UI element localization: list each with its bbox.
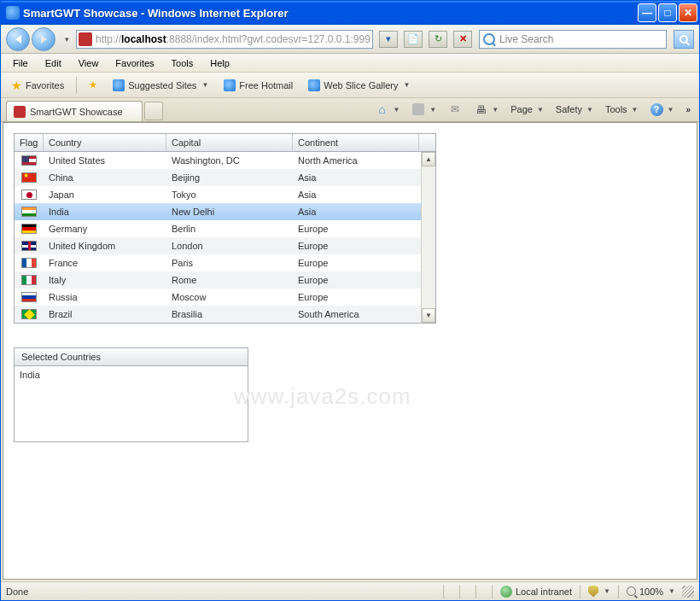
titlebar[interactable]: SmartGWT Showcase - Windows Internet Exp… [1, 1, 699, 25]
add-favorite-button[interactable]: ★ [84, 77, 102, 93]
web-slice-link[interactable]: Web Slice Gallery▼ [303, 77, 415, 94]
tab-title: SmartGWT Showcase [30, 107, 123, 117]
cell-capital: Paris [166, 256, 293, 270]
suggested-sites-link[interactable]: Suggested Sites▼ [108, 77, 213, 94]
flag-icon [21, 292, 37, 302]
print-icon: 🖶 [474, 102, 487, 116]
menu-tools[interactable]: Tools [163, 55, 202, 71]
flag-icon [21, 258, 37, 268]
star-icon: ★ [89, 79, 97, 90]
back-button[interactable] [6, 27, 30, 51]
favorites-button[interactable]: ★Favorites [6, 76, 69, 95]
cell-continent: Asia [293, 205, 419, 219]
cell-capital: Beijing [166, 171, 293, 184]
table-row[interactable]: United StatesWashington, DCNorth America [15, 152, 435, 169]
menu-favorites[interactable]: Favorites [107, 55, 162, 71]
maximize-button[interactable]: □ [658, 3, 677, 22]
cell-country: China [44, 171, 166, 184]
grid-body: United StatesWashington, DCNorth America… [15, 152, 435, 323]
chevron-down-icon: ▼ [537, 106, 544, 114]
new-tab-button[interactable] [144, 102, 163, 120]
chevron-down-icon: ▼ [492, 106, 499, 114]
tab-smartgwt[interactable]: SmartGWT Showcase [6, 101, 143, 121]
table-row[interactable]: ChinaBeijingAsia [15, 169, 435, 186]
cell-flag [15, 256, 44, 270]
cell-continent: Europe [293, 222, 419, 236]
resize-grip[interactable] [682, 586, 694, 598]
home-button[interactable]: ⌂▼ [371, 101, 403, 118]
cell-country: Japan [44, 188, 166, 201]
table-row[interactable]: ItalyRomeEurope [15, 271, 435, 289]
refresh-button[interactable]: ↻ [429, 31, 447, 48]
help-button[interactable]: ?▼ [647, 102, 678, 118]
forward-button[interactable] [32, 27, 55, 51]
cell-flag [15, 188, 44, 201]
header-continent[interactable]: Continent [293, 134, 419, 151]
table-row[interactable]: FranceParisEurope [15, 254, 435, 271]
search-input[interactable]: Live Search [479, 30, 667, 49]
compat-button[interactable]: 📄 [404, 31, 423, 48]
chevron-down-icon: ▼ [668, 106, 674, 114]
table-row[interactable]: JapanTokyoAsia [15, 186, 435, 203]
help-icon: ? [650, 103, 663, 116]
shield-icon [588, 586, 598, 598]
table-row[interactable]: United KingdomLondonEurope [15, 237, 435, 254]
grid-header: Flag Country Capital Continent [15, 134, 435, 152]
cell-capital: Berlin [166, 222, 293, 236]
scroll-track[interactable] [422, 166, 435, 308]
url-dropdown-button[interactable]: ▾ [379, 31, 398, 48]
header-flag[interactable]: Flag [15, 134, 44, 151]
header-capital[interactable]: Capital [166, 134, 293, 151]
rss-button[interactable]: ▼ [408, 101, 440, 118]
cell-flag [15, 222, 44, 236]
search-button[interactable] [674, 30, 694, 49]
nav-history-dropdown[interactable]: ▾ [61, 28, 73, 50]
scroll-up-button[interactable]: ▲ [422, 152, 435, 166]
overflow-button[interactable]: » [682, 103, 694, 116]
address-bar[interactable]: http://localhost:8888/index.html?gwt.cod… [76, 30, 373, 49]
scroll-down-button[interactable]: ▼ [422, 308, 435, 323]
site-favicon-icon [79, 32, 92, 46]
stop-button[interactable]: ✕ [453, 31, 472, 48]
zoom-control[interactable]: 100% ▼ [623, 586, 679, 597]
cell-country: France [44, 256, 166, 270]
flag-icon [21, 224, 37, 234]
minimize-button[interactable]: — [638, 3, 656, 22]
mail-button[interactable]: ✉ [445, 101, 465, 118]
safety-menu[interactable]: Safety▼ [552, 102, 597, 116]
star-icon: ★ [11, 79, 22, 92]
command-bar: ⌂▼ ▼ ✉ 🖶▼ Page▼ Safety▼ Tools▼ ?▼ » [371, 101, 694, 118]
vertical-scrollbar[interactable]: ▲ ▼ [421, 152, 435, 323]
free-hotmail-link[interactable]: Free Hotmail [219, 77, 298, 94]
close-button[interactable]: ✕ [679, 3, 697, 22]
table-row[interactable]: RussiaMoscowEurope [15, 289, 435, 306]
bing-icon [483, 33, 495, 45]
countries-grid: Flag Country Capital Continent United St… [14, 133, 436, 324]
menu-edit[interactable]: Edit [37, 55, 70, 71]
cell-capital: New Delhi [166, 205, 293, 219]
flag-icon [21, 309, 37, 319]
cell-country: Russia [44, 290, 166, 304]
security-zone[interactable]: Local intranet [497, 586, 575, 598]
table-row[interactable]: BrazilBrasiliaSouth America [15, 306, 435, 323]
separator [76, 77, 77, 94]
menu-help[interactable]: Help [201, 55, 238, 71]
selected-header: Selected Countries [15, 348, 248, 366]
protected-mode[interactable]: ▼ [585, 586, 614, 598]
cell-flag [15, 307, 44, 321]
header-country[interactable]: Country [44, 134, 166, 151]
tools-menu[interactable]: Tools▼ [602, 102, 642, 116]
print-button[interactable]: 🖶▼ [470, 101, 502, 118]
ie-icon [224, 79, 236, 91]
cell-country: Brazil [44, 307, 166, 321]
chevron-down-icon: ▼ [604, 587, 610, 595]
page-menu[interactable]: Page▼ [507, 102, 547, 116]
menu-file[interactable]: File [4, 55, 37, 71]
cell-capital: Brasilia [166, 307, 293, 321]
chevron-down-icon: ▼ [429, 106, 436, 114]
nav-toolbar: ▾ http://localhost:8888/index.html?gwt.c… [1, 25, 699, 54]
table-row[interactable]: GermanyBerlinEurope [15, 220, 435, 237]
search-placeholder: Live Search [499, 33, 553, 45]
table-row[interactable]: IndiaNew DelhiAsia [15, 203, 435, 220]
menu-view[interactable]: View [70, 55, 108, 71]
